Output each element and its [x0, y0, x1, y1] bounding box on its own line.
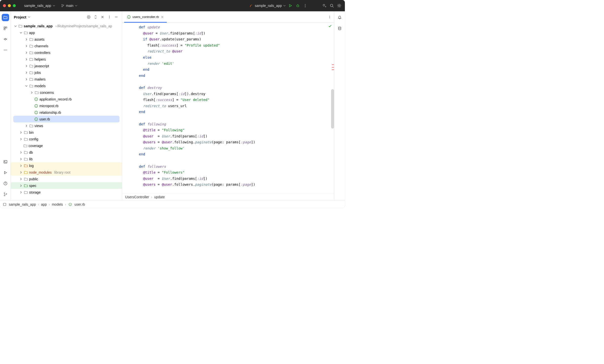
breadcrumb-segment[interactable]: UsersController: [125, 195, 149, 199]
project-selector[interactable]: sample_rails_app: [22, 3, 57, 9]
debug-button[interactable]: [295, 3, 301, 8]
chevron-right-icon[interactable]: [19, 177, 23, 181]
folder-icon: [24, 130, 28, 135]
chevron-right-icon[interactable]: [25, 51, 28, 54]
tree-file-micropost[interactable]: cmicropost.rb: [11, 102, 122, 109]
chevron-right-icon[interactable]: [30, 91, 34, 94]
svg-point-25: [109, 18, 110, 18]
window-minimize-button[interactable]: [8, 4, 11, 7]
nav-segment[interactable]: user.rb: [74, 202, 85, 206]
tree-folder-config[interactable]: config: [11, 136, 122, 142]
tree-folder-db[interactable]: db: [11, 149, 122, 156]
tree-file-relationship[interactable]: crelationship.rb: [11, 109, 122, 116]
chevron-right-icon[interactable]: [19, 191, 23, 194]
tree-folder-app[interactable]: app: [11, 29, 122, 36]
tree-folder-coverage[interactable]: coverage: [11, 142, 122, 149]
settings-button[interactable]: [336, 3, 342, 8]
tree-folder-controllers[interactable]: controllers: [11, 49, 122, 56]
chevron-right-icon[interactable]: [25, 124, 28, 128]
chevron-right-icon[interactable]: [19, 131, 23, 134]
database-toolwindow-button[interactable]: [336, 25, 343, 32]
chevron-right-icon[interactable]: [19, 151, 23, 154]
tree-folder-models[interactable]: models: [11, 83, 122, 89]
chevron-right-icon[interactable]: [25, 58, 28, 61]
tree-folder-public[interactable]: public: [11, 176, 122, 182]
code-content[interactable]: def update @user = User.find(params[:id]…: [137, 23, 334, 193]
chevron-right-icon[interactable]: [19, 137, 23, 141]
tree-folder-mailers[interactable]: mailers: [11, 76, 122, 83]
svg-rect-10: [4, 27, 5, 28]
terminal-toolwindow-button[interactable]: [2, 158, 9, 165]
chevron-right-icon[interactable]: [25, 44, 28, 48]
code-editor[interactable]: def update @user = User.find(params[:id]…: [122, 23, 334, 193]
expand-collapse-button[interactable]: [93, 14, 98, 20]
breadcrumb-segment[interactable]: update: [154, 195, 165, 199]
project-tree[interactable]: sample_rails_app ~/RubymineProjects/samp…: [11, 23, 122, 200]
code-with-me-button[interactable]: [322, 3, 327, 8]
tree-folder-channels[interactable]: channels: [11, 43, 122, 49]
nav-segment[interactable]: sample_rails_app: [9, 202, 36, 206]
chevron-right-icon[interactable]: [25, 38, 28, 41]
tree-folder-concerns[interactable]: concerns: [11, 89, 122, 96]
folder-icon: [24, 190, 28, 195]
tree-folder-helpers[interactable]: helpers: [11, 56, 122, 63]
tree-file-application-record[interactable]: capplication_record.rb: [11, 96, 122, 102]
tree-folder-javascript[interactable]: javascript: [11, 63, 122, 69]
tree-item-label: relationship.rb: [39, 111, 61, 115]
run-config-selector[interactable]: sample_rails_app: [249, 4, 286, 8]
problems-toolwindow-button[interactable]: [2, 180, 9, 187]
notifications-button[interactable]: [336, 14, 343, 21]
close-tab-button[interactable]: [160, 15, 164, 19]
tree-folder-assets[interactable]: assets: [11, 36, 122, 43]
tree-root[interactable]: sample_rails_app ~/RubymineProjects/samp…: [11, 23, 122, 29]
editor-gutter[interactable]: [122, 23, 137, 193]
tree-folder-lib[interactable]: lib: [11, 156, 122, 162]
chevron-down-icon[interactable]: [19, 31, 23, 34]
chevron-down-icon[interactable]: [14, 24, 17, 28]
minimize-panel-button[interactable]: [114, 14, 119, 20]
chevron-right-icon[interactable]: [25, 71, 28, 74]
tree-folder-jobs[interactable]: jobs: [11, 69, 122, 76]
more-toolwindows-button[interactable]: [2, 46, 9, 54]
select-opened-file-button[interactable]: [86, 14, 91, 20]
tree-folder-spec[interactable]: spec: [11, 182, 122, 189]
hide-button[interactable]: [100, 14, 105, 20]
run-toolwindow-button[interactable]: [2, 169, 9, 176]
tree-folder-bin[interactable]: bin: [11, 129, 122, 136]
nav-segment[interactable]: app: [41, 202, 47, 206]
project-toolwindow-button[interactable]: [2, 14, 9, 21]
tree-folder-node-modules[interactable]: node_moduleslibrary root: [11, 169, 122, 176]
chevron-right-icon[interactable]: [19, 184, 23, 187]
nav-segment[interactable]: models: [52, 202, 63, 206]
chevron-right-icon[interactable]: [25, 78, 28, 81]
panel-options-button[interactable]: [107, 14, 112, 20]
chevron-right-icon[interactable]: [25, 64, 28, 68]
run-button[interactable]: [288, 3, 293, 8]
chevron-right-icon[interactable]: [19, 157, 23, 161]
editor-scrollbar[interactable]: [331, 89, 334, 129]
tree-file-user[interactable]: cuser.rb: [13, 116, 119, 122]
chevron-right-icon[interactable]: [19, 164, 23, 167]
commit-toolwindow-button[interactable]: [2, 35, 9, 43]
left-tool-strip: [0, 11, 11, 200]
navigation-bar[interactable]: sample_rails_app › app › models › c user…: [0, 200, 345, 208]
git-toolwindow-button[interactable]: [2, 191, 9, 198]
tree-folder-views[interactable]: views: [11, 122, 122, 129]
chevron-right-icon[interactable]: [19, 171, 23, 174]
chevron-down-icon[interactable]: [28, 16, 30, 18]
svg-point-8: [330, 4, 333, 7]
more-run-options-button[interactable]: [302, 3, 308, 8]
chevron-right-icon: ›: [38, 202, 39, 206]
editor-tab[interactable]: c users_controller.rb: [124, 11, 167, 22]
branch-selector[interactable]: main: [59, 3, 79, 9]
editor-breadcrumbs[interactable]: UsersController › update: [122, 193, 334, 200]
tree-folder-log[interactable]: log: [11, 162, 122, 169]
folder-icon: [29, 50, 34, 55]
search-everywhere-button[interactable]: [329, 3, 335, 8]
tree-folder-storage[interactable]: storage: [11, 189, 122, 196]
chevron-down-icon[interactable]: [25, 84, 28, 88]
window-close-button[interactable]: [3, 4, 6, 7]
structure-toolwindow-button[interactable]: [2, 25, 9, 32]
window-maximize-button[interactable]: [13, 4, 16, 7]
editor-tab-options-button[interactable]: [327, 15, 332, 19]
